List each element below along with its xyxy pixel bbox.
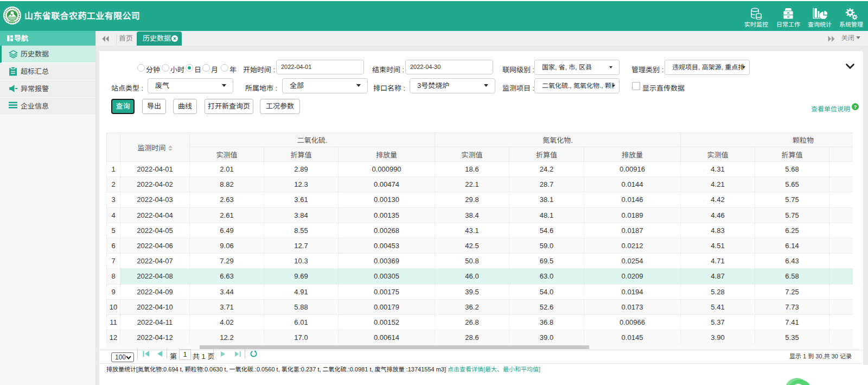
svg-text:MEE: MEE: [10, 21, 15, 23]
svg-text:?: ?: [854, 104, 857, 110]
